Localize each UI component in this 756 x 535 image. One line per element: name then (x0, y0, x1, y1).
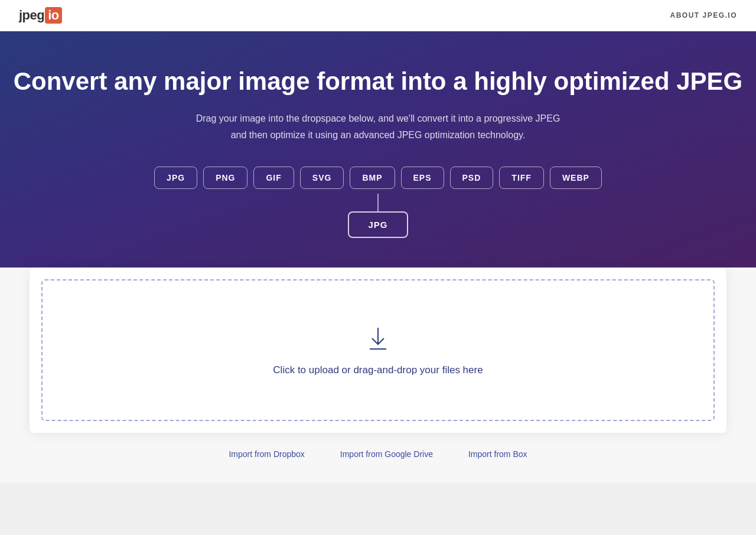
arrow-line (377, 194, 379, 211)
dropzone[interactable]: Click to upload or drag-and-drop your fi… (41, 279, 715, 421)
about-link[interactable]: ABOUT JPEG.IO (670, 11, 737, 19)
format-row: JPGPNGGIFSVGBMPEPSPSDTIFFWEBP (12, 167, 744, 189)
format-pill-webp: WEBP (550, 167, 602, 189)
upload-icon (364, 324, 392, 355)
dropzone-label: Click to upload or drag-and-drop your fi… (273, 364, 483, 376)
hero-title: Convert any major image format into a hi… (12, 67, 744, 96)
dropzone-section: Click to upload or drag-and-drop your fi… (0, 268, 756, 482)
format-pill-jpg: JPG (154, 167, 197, 189)
logo-badge: io (45, 7, 62, 24)
hero-subtitle: Drag your image into the dropspace below… (195, 110, 561, 142)
format-pill-tiff: TIFF (499, 167, 544, 189)
logo[interactable]: jpeg io (19, 7, 62, 24)
format-pill-psd: PSD (450, 167, 494, 189)
conversion-arrow: JPG (12, 194, 744, 238)
output-format-pill: JPG (348, 211, 408, 238)
format-pill-eps: EPS (401, 167, 444, 189)
logo-text: jpeg (19, 8, 44, 23)
site-header: jpeg io ABOUT JPEG.IO (0, 0, 756, 31)
format-pill-png: PNG (203, 167, 247, 189)
download-arrow-icon (364, 324, 392, 353)
import-dropbox-link[interactable]: Import from Dropbox (229, 449, 304, 459)
import-google-drive-link[interactable]: Import from Google Drive (340, 449, 433, 459)
dropzone-card: Click to upload or drag-and-drop your fi… (30, 268, 726, 433)
format-pill-bmp: BMP (350, 167, 395, 189)
import-box-link[interactable]: Import from Box (468, 449, 527, 459)
import-links: Import from Dropbox Import from Google D… (229, 449, 527, 459)
format-pill-svg: SVG (300, 167, 344, 189)
format-pill-gif: GIF (253, 167, 294, 189)
